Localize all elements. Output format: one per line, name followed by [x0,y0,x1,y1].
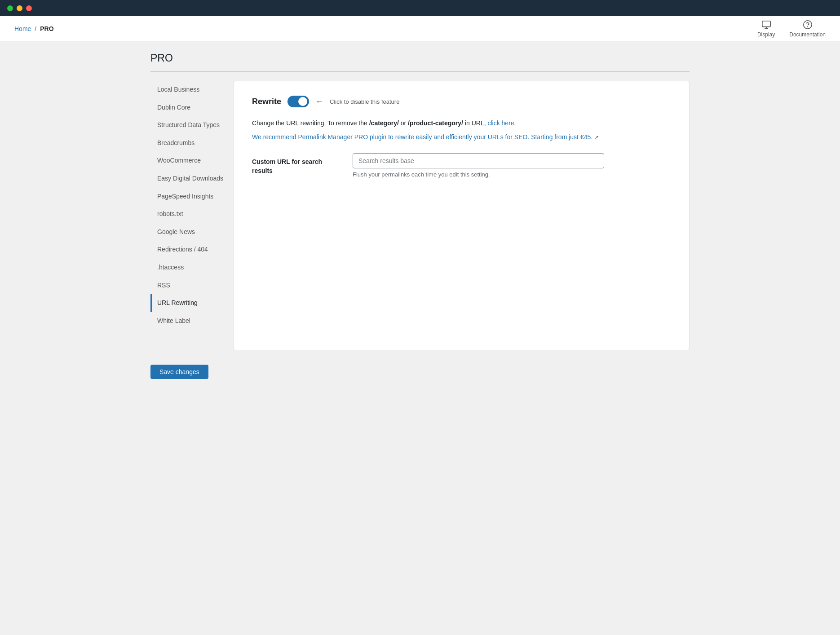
question-icon [803,20,813,30]
display-nav-label: Display [757,31,775,38]
display-icon [761,20,771,30]
sidebar-item-redirections-404[interactable]: Redirections / 404 [150,241,234,259]
form-row-search-results: Custom URL for search results Flush your… [252,153,671,178]
toggle-thumb [298,97,307,106]
sidebar-item-url-rewriting[interactable]: URL Rewriting [150,294,234,312]
sidebar-item-dublin-core[interactable]: Dublin Core [150,99,234,117]
page-title: PRO [150,52,690,72]
rewrite-toggle[interactable] [287,96,309,107]
traffic-light-yellow[interactable] [17,5,22,11]
form-hint-text: Flush your permalinks each time you edit… [353,171,671,178]
breadcrumb: Home / PRO [14,25,54,32]
svg-point-3 [803,20,811,28]
rewrite-header: Rewrite ← Click to disable this feature [252,96,671,107]
documentation-nav-label: Documentation [789,31,826,38]
traffic-light-red[interactable] [26,5,32,11]
sidebar-item-google-news[interactable]: Google News [150,223,234,241]
svg-rect-0 [762,21,770,26]
external-link-icon: ↗ [594,134,599,141]
toggle-track [287,96,309,107]
content-area: Rewrite ← Click to disable this feature … [234,81,690,350]
rewrite-title: Rewrite [252,97,281,106]
title-bar [0,0,840,16]
top-nav: Home / PRO Display Documentation [0,16,840,41]
sidebar-item-rss[interactable]: RSS [150,277,234,295]
click-here-link[interactable]: click here [487,119,514,127]
main-layout: Local Business Dublin Core Structured Da… [150,81,690,350]
display-nav-item[interactable]: Display [757,20,775,38]
breadcrumb-separator: / [35,25,36,32]
recommend-link[interactable]: We recommend Permalink Manager PRO plugi… [252,133,671,141]
sidebar-item-local-business[interactable]: Local Business [150,81,234,99]
documentation-nav-item[interactable]: Documentation [789,20,826,38]
disable-hint-text: Click to disable this feature [330,98,399,105]
form-label-search-results: Custom URL for search results [252,153,342,175]
page-container: PRO Local Business Dublin Core Structure… [141,41,699,397]
info-paragraph: Change the URL rewriting. To remove the … [252,118,671,128]
sidebar-item-htaccess[interactable]: .htaccess [150,259,234,277]
form-field-search-results: Flush your permalinks each time you edit… [353,153,671,178]
sidebar-item-robots-txt[interactable]: robots.txt [150,205,234,223]
breadcrumb-home-link[interactable]: Home [14,25,31,32]
sidebar-item-woocommerce[interactable]: WooCommerce [150,152,234,170]
recommend-text: We recommend Permalink Manager PRO plugi… [252,133,592,141]
sidebar-item-white-label[interactable]: White Label [150,312,234,330]
search-results-base-input[interactable] [353,153,604,168]
sidebar-item-breadcrumbs[interactable]: Breadcrumbs [150,134,234,152]
sidebar: Local Business Dublin Core Structured Da… [150,81,234,330]
save-changes-button[interactable]: Save changes [150,365,208,379]
sidebar-item-easy-digital-downloads[interactable]: Easy Digital Downloads [150,170,234,188]
sidebar-item-structured-data-types[interactable]: Structured Data Types [150,116,234,134]
traffic-light-green[interactable] [7,5,13,11]
top-nav-right: Display Documentation [757,20,826,38]
breadcrumb-current: PRO [40,25,53,32]
sidebar-item-pagespeed-insights[interactable]: PageSpeed Insights [150,188,234,206]
arrow-left-icon: ← [315,97,323,106]
